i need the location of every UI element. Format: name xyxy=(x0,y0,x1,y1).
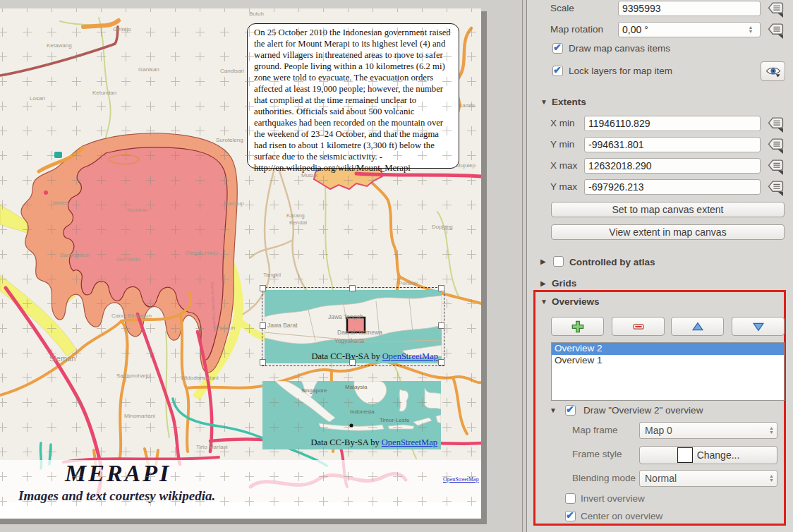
map-frame-label: Map frame xyxy=(572,425,618,435)
map-place-label: Ganikan xyxy=(138,66,159,73)
selection-handle[interactable] xyxy=(260,359,266,365)
map-place-label: Mujulep xyxy=(456,162,476,169)
rotation-label: Map rotation xyxy=(550,24,603,35)
map-place-label: Giri Kerto xyxy=(116,256,140,262)
osm-link[interactable]: OpenStreetMap xyxy=(382,351,438,361)
map-text-annotation[interactable]: On 25 October 2010 the Indonesian govern… xyxy=(247,23,459,169)
overview-map-java-selected[interactable]: Jawa BaratJawa TengahDaerah IstimewaYogy… xyxy=(262,287,444,366)
map-place-label: Sambi xyxy=(459,102,475,109)
composer-canvas[interactable]: ButuhGirirejoKetawangLosariKetundanGanik… xyxy=(0,0,526,532)
remove-overview-button[interactable] xyxy=(612,317,665,336)
data-defined-override-icon[interactable] xyxy=(767,1,785,18)
overview-list-item[interactable]: Overview 2 xyxy=(552,343,784,355)
overview-map-indonesia[interactable]: SingaporeMalaysiaIndonesiaTimor-Leste Da… xyxy=(262,381,441,449)
map-place-label: Candi Binangun xyxy=(111,313,152,319)
ymax-label: Y max xyxy=(550,181,577,192)
view-extent-button[interactable]: View extent in map canvas xyxy=(551,224,785,240)
selection-handle[interactable] xyxy=(438,359,444,365)
draw-overview-checkbox[interactable] xyxy=(565,405,576,416)
blending-mode-label: Blending mode xyxy=(572,473,636,483)
map-place-label: Malaysia xyxy=(345,384,368,390)
spin-arrows[interactable]: ▲▼ xyxy=(746,23,756,36)
selection-handle[interactable] xyxy=(260,322,266,329)
frame-style-button[interactable]: Change... xyxy=(639,446,777,464)
combo-arrows-icon: ▲▼ xyxy=(769,471,774,486)
map-place-label: Timor-Leste xyxy=(380,417,410,423)
atlas-expand-arrow[interactable]: ▶ xyxy=(540,258,546,265)
map-place-label: Jawa Tengah xyxy=(328,313,363,320)
extents-header[interactable]: Extents xyxy=(552,97,586,107)
data-defined-override-icon[interactable] xyxy=(767,180,785,196)
extents-expand-arrow[interactable]: ▼ xyxy=(540,98,547,106)
xmin-input[interactable] xyxy=(584,116,761,131)
grids-expand-arrow[interactable]: ▶ xyxy=(540,279,546,287)
center-on-overview-checkbox[interactable] xyxy=(565,511,576,521)
map-place-label: Sleman xyxy=(49,354,75,363)
overviews-header[interactable]: Overviews xyxy=(552,296,600,307)
data-defined-override-icon[interactable] xyxy=(767,23,785,39)
map-frame-combo[interactable]: Map 0 ▲▼ xyxy=(639,422,777,439)
grids-header[interactable]: Grids xyxy=(552,278,576,289)
atlas-checkbox[interactable] xyxy=(553,256,564,267)
data-defined-override-icon[interactable] xyxy=(767,138,785,154)
overviews-list[interactable]: Overview 2Overview 1 xyxy=(551,342,785,401)
lake xyxy=(54,152,62,158)
rotation-spinbox[interactable] xyxy=(618,22,761,37)
merapi-marker xyxy=(349,423,353,427)
xmax-input[interactable] xyxy=(584,158,761,174)
lock-layers-eye-button[interactable] xyxy=(761,61,785,81)
frame-style-swatch xyxy=(677,447,693,463)
map-subtitle: Images and text courtesy wikipedia. xyxy=(18,488,215,504)
panel-splitter[interactable] xyxy=(522,0,523,532)
map-place-label: Daerah Istimewa xyxy=(337,329,382,336)
osm-link[interactable]: OpenStreetMap xyxy=(382,437,437,447)
draw-canvas-items-checkbox[interactable] xyxy=(552,43,563,54)
blending-mode-combo[interactable]: Normal ▲▼ xyxy=(639,470,777,487)
map-osm-link[interactable]: OpenStreetMap xyxy=(443,476,479,483)
inset2-attribution: Data CC-By-SA by OpenStreetMap xyxy=(310,437,437,448)
selection-handle[interactable] xyxy=(438,285,444,291)
atlas-label[interactable]: Controlled by atlas xyxy=(569,257,655,267)
draw-canvas-items-label: Draw map canvas items xyxy=(569,43,670,54)
map-place-label: Singapore xyxy=(301,387,327,394)
move-overview-down-button[interactable] xyxy=(732,317,785,336)
frame-style-label: Frame style xyxy=(572,449,622,459)
map-place-label: Yogyakarta xyxy=(334,337,364,344)
selection-handle[interactable] xyxy=(349,359,356,365)
add-overview-button[interactable] xyxy=(551,317,604,336)
lock-layers-label: Lock layers for map item xyxy=(569,66,672,76)
map-place-label: Karang xyxy=(286,212,305,219)
map-place-label: Ketawang xyxy=(47,42,72,49)
map-place-label: Sardonoharjo xyxy=(116,373,151,379)
scale-input[interactable] xyxy=(618,1,761,16)
map-title: MERAPI xyxy=(65,460,171,487)
center-on-overview-label: Center on overview xyxy=(581,511,662,521)
draw-overview-label: Draw "Overview 2" overview xyxy=(583,405,703,416)
data-defined-override-icon[interactable] xyxy=(767,116,785,133)
map-place-label: Minomartani xyxy=(124,413,155,419)
move-overview-up-button[interactable] xyxy=(671,317,724,336)
overviews-expand-arrow[interactable]: ▼ xyxy=(540,298,547,306)
map-place-label: Wates xyxy=(53,200,68,206)
ymin-input[interactable] xyxy=(584,137,761,152)
map-place-label: Jawa Barat xyxy=(267,322,298,329)
map-place-label: Tangkil xyxy=(263,272,281,278)
overview-list-item[interactable]: Overview 1 xyxy=(552,355,784,367)
selection-handle[interactable] xyxy=(260,285,266,291)
ymax-input[interactable] xyxy=(584,179,761,195)
selection-handle[interactable] xyxy=(438,322,444,329)
map-place-label: Indonesia xyxy=(350,409,375,415)
invert-overview-checkbox[interactable] xyxy=(565,493,576,504)
lock-layers-checkbox[interactable] xyxy=(552,66,563,76)
paper-shadow xyxy=(481,11,487,524)
title-band[interactable]: MERAPI Images and text courtesy wikipedi… xyxy=(0,460,481,505)
selection-handle[interactable] xyxy=(349,285,356,291)
data-defined-override-icon[interactable] xyxy=(767,159,785,175)
map-place-label: Kangup xyxy=(224,200,244,207)
plus-icon xyxy=(571,320,585,334)
up-arrow-icon xyxy=(691,320,705,334)
composition-paper[interactable]: ButuhGirirejoKetawangLosariKetundanGanik… xyxy=(0,8,481,519)
invert-overview-label: Invert overview xyxy=(581,493,645,504)
set-to-canvas-extent-button[interactable]: Set to map canvas extent xyxy=(551,202,785,217)
draw-overview-expand-arrow[interactable]: ▼ xyxy=(550,406,557,414)
